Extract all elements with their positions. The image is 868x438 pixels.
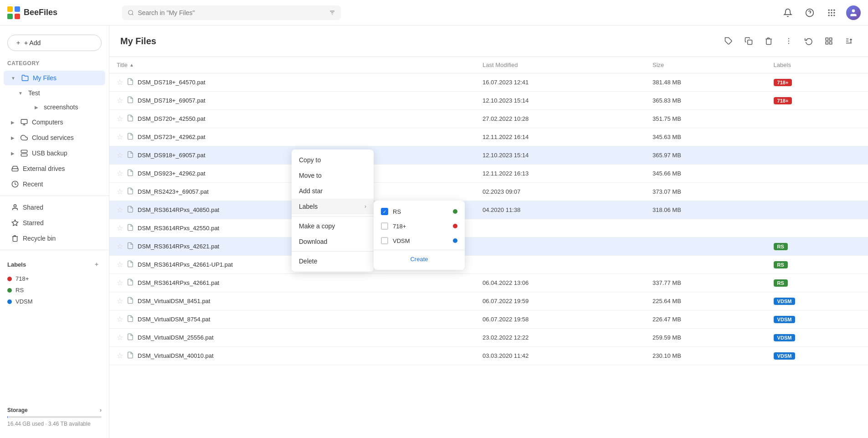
label-item-718plus[interactable]: 718+ — [0, 273, 109, 284]
file-cell: ☆ DSM_VirtualDSM_8451.pat — [117, 297, 468, 305]
table-row[interactable]: ☆ DSM_RS3614RPxs_42661-UP1.pat RS — [109, 256, 868, 274]
label-checkbox-vdsm[interactable] — [381, 237, 388, 244]
label-item-rs[interactable]: RS — [0, 284, 109, 296]
add-button[interactable]: ＋ + Add — [7, 35, 102, 51]
delete-button[interactable] — [760, 33, 777, 49]
table-row[interactable]: ☆ DSM_RS3614RPxs_42550.pat — [109, 219, 868, 237]
file-size: 365.97 MB — [645, 146, 766, 165]
label-badge: VDSM — [774, 298, 796, 305]
submenu-item-vdsm[interactable]: VDSM — [374, 233, 465, 248]
table-row[interactable]: ☆ DSM_RS3614RPxs_42621.pat RS — [109, 237, 868, 256]
table-row[interactable]: ☆ DSM_DS720+_42550.pat 27.02.2022 10:28 … — [109, 110, 868, 128]
star-button[interactable]: ☆ — [117, 151, 123, 160]
star-button[interactable]: ☆ — [117, 351, 123, 360]
file-icon — [127, 297, 134, 305]
table-row[interactable]: ☆ DSM_DS918+_69057.pat 12.10.2023 15:14 … — [109, 146, 868, 165]
sidebar-item-screenshots[interactable]: ▶ screenshots — [29, 100, 105, 114]
submenu-create-button[interactable]: Create — [374, 252, 465, 266]
sidebar-item-cloud-services[interactable]: ▶ Cloud services — [4, 130, 105, 145]
star-button[interactable]: ☆ — [117, 187, 123, 196]
refresh-button[interactable] — [801, 33, 817, 49]
table-row[interactable]: ☆ DSM_DS723+_42962.pat 12.11.2022 16:14 … — [109, 128, 868, 146]
submenu-item-rs[interactable]: ✓ RS — [374, 204, 465, 219]
svg-point-13 — [833, 9, 835, 10]
table-row[interactable]: ☆ DSM_VirtualDSM_8754.pat 06.07.2022 19:… — [109, 310, 868, 329]
star-button[interactable]: ☆ — [117, 96, 123, 105]
star-button[interactable]: ☆ — [117, 78, 123, 87]
file-size — [645, 256, 766, 274]
file-cell: ☆ DSM_VirtualDSM_40010.pat — [117, 351, 468, 360]
storage-chevron-icon: › — [100, 407, 102, 413]
help-icon[interactable] — [802, 5, 817, 20]
sort-button[interactable] — [841, 33, 857, 49]
star-button[interactable]: ☆ — [117, 133, 123, 141]
col-title[interactable]: Title ▲ — [109, 57, 475, 73]
sidebar-item-usb-backup[interactable]: ▶ USB backup — [4, 146, 105, 160]
table-row[interactable]: ☆ DSM_VirtualDSM_25556.pat 23.02.2022 12… — [109, 329, 868, 347]
label-item-vdsm[interactable]: VDSM — [0, 296, 109, 307]
copy-button[interactable] — [740, 33, 757, 49]
menu-item-download[interactable]: Download — [292, 234, 374, 249]
star-button[interactable]: ☆ — [117, 242, 123, 251]
label-checkbox-rs[interactable]: ✓ — [381, 208, 388, 215]
apps-icon[interactable] — [824, 5, 839, 20]
svg-point-28 — [14, 205, 16, 207]
file-size: 259.59 MB — [645, 329, 766, 347]
col-size[interactable]: Size — [645, 57, 766, 73]
file-name: DSM_RS3614RPxs_42550.pat — [138, 225, 219, 232]
table-row[interactable]: ☆ DSM_DS718+_69057.pat 12.10.2023 15:14 … — [109, 92, 868, 110]
search-bar[interactable] — [122, 5, 341, 20]
menu-item-delete[interactable]: Delete — [292, 253, 374, 269]
table-row[interactable]: ☆ DSM_DS923+_42962.pat 12.11.2022 16:13 … — [109, 165, 868, 183]
star-button[interactable]: ☆ — [117, 315, 123, 324]
sidebar-item-computers[interactable]: ▶ Computers — [4, 115, 105, 129]
menu-item-add-star[interactable]: Add star — [292, 183, 374, 199]
label-checkbox-718plus[interactable] — [381, 222, 388, 230]
sidebar-item-recent[interactable]: Recent — [4, 177, 105, 191]
star-button[interactable]: ☆ — [117, 206, 123, 214]
labels-add-button[interactable]: ＋ — [92, 259, 102, 269]
file-icon — [127, 260, 134, 269]
sidebar-item-my-files[interactable]: ▼ My Files — [4, 71, 105, 85]
sidebar-item-recycle-bin[interactable]: Recycle bin — [4, 231, 105, 246]
file-labels — [766, 219, 868, 237]
sidebar-item-shared[interactable]: Shared — [4, 200, 105, 215]
file-modified: 06.07.2022 19:59 — [475, 292, 645, 310]
grid-view-button[interactable] — [821, 33, 837, 49]
sidebar-item-starred[interactable]: Starred — [4, 216, 105, 230]
file-labels: 718+ — [766, 92, 868, 110]
label-button[interactable] — [720, 33, 737, 49]
star-button[interactable]: ☆ — [117, 224, 123, 232]
menu-item-make-copy[interactable]: Make a copy — [292, 218, 374, 234]
notifications-icon[interactable] — [781, 5, 795, 20]
more-button[interactable] — [781, 33, 797, 49]
star-button[interactable]: ☆ — [117, 278, 123, 287]
table-row[interactable]: ☆ DSM_DS718+_64570.pat 16.07.2023 12:41 … — [109, 73, 868, 92]
sidebar-item-external-drives[interactable]: External drives — [4, 161, 105, 176]
submenu-item-718plus[interactable]: 718+ — [374, 219, 465, 233]
star-button[interactable]: ☆ — [117, 114, 123, 123]
star-button[interactable]: ☆ — [117, 333, 123, 342]
user-avatar[interactable] — [846, 5, 861, 20]
menu-item-copy-to[interactable]: Copy to — [292, 152, 374, 168]
star-button[interactable]: ☆ — [117, 169, 123, 178]
star-button[interactable]: ☆ — [117, 297, 123, 305]
file-size: 381.48 MB — [645, 73, 766, 92]
search-input[interactable] — [138, 9, 325, 16]
menu-item-move-to[interactable]: Move to — [292, 168, 374, 183]
col-modified[interactable]: Last Modified — [475, 57, 645, 73]
table-row[interactable]: ☆ DSM_RS2423+_69057.pat 02.2023 09:07 37… — [109, 183, 868, 201]
chevron-right-icon: ▶ — [11, 135, 15, 140]
menu-item-labels[interactable]: Labels › — [292, 199, 374, 214]
table-row[interactable]: ☆ DSM_VirtualDSM_8451.pat 06.07.2022 19:… — [109, 292, 868, 310]
col-labels[interactable]: Labels — [766, 57, 868, 73]
submenu-label-vdsm: VDSM — [393, 237, 448, 244]
star-button[interactable]: ☆ — [117, 260, 123, 269]
table-row[interactable]: ☆ DSM_RS3614RPxs_42661.pat 06.04.2022 13… — [109, 274, 868, 292]
table-row[interactable]: ☆ DSM_RS3614RPxs_40850.pat 04.2020 11:38… — [109, 201, 868, 219]
filter-icon[interactable] — [329, 9, 335, 16]
file-icon — [127, 242, 134, 251]
sidebar-item-test[interactable]: ▼ Test — [13, 86, 105, 100]
logo-icon — [7, 6, 20, 19]
table-row[interactable]: ☆ DSM_VirtualDSM_40010.pat 03.03.2020 11… — [109, 347, 868, 365]
